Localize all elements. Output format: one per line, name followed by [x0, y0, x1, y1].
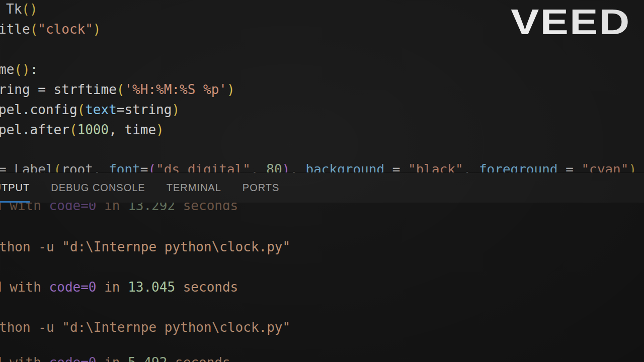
code-token: Tk — [6, 2, 22, 17]
code-token: d with — [0, 280, 49, 295]
code-token: ( — [69, 122, 77, 137]
code-line: itle("clock") — [0, 22, 101, 37]
code-token: ( — [30, 22, 38, 37]
code-token: () — [14, 62, 30, 77]
panel-tab-ports[interactable]: PORTS — [243, 173, 280, 203]
code-line: me(): — [0, 62, 38, 77]
code-token: seconds — [167, 355, 230, 362]
code-token: "d:\Internpe python\clock.py" — [62, 239, 290, 254]
terminal-line: thon -u "d:\Internpe python\clock.py" — [0, 320, 290, 335]
panel-tab-terminal[interactable]: TERMINAL — [167, 173, 221, 203]
code-token: : — [30, 62, 38, 77]
code-line: ring = strftime('%H:%M:%S %p') — [0, 82, 235, 97]
code-token: ) — [156, 122, 164, 137]
code-token: in — [97, 355, 128, 362]
code-token: "clock" — [38, 22, 93, 37]
code-token: thon -u — [0, 320, 62, 335]
panel-tab-bar: OUTPUTDEBUG CONSOLETERMINALPORTS — [0, 172, 644, 203]
code-token: () — [22, 2, 37, 17]
terminal-line: thon -u "d:\Internpe python\clock.py" — [0, 239, 290, 254]
code-token: pel.after — [0, 122, 69, 137]
code-token: me — [0, 62, 14, 77]
code-token: ) — [227, 82, 235, 97]
code-token: in — [97, 280, 128, 295]
code-token: ( — [77, 102, 86, 117]
code-token: code=0 — [49, 355, 97, 362]
code-token: ring = strftime — [0, 82, 117, 97]
code-token: '%H:%M:%S %p' — [124, 82, 227, 97]
code-token: seconds — [175, 280, 238, 295]
code-line: Tk() — [6, 2, 38, 17]
code-token: code=0 — [49, 280, 97, 295]
terminal-line: d with code=0 in 13.045 seconds — [0, 280, 238, 295]
panel-tab-debug-console[interactable]: DEBUG CONSOLE — [51, 173, 145, 203]
veed-watermark-logo: VEED — [511, 2, 631, 42]
terminal-line: d with code=0 in 5.492 seconds — [0, 355, 230, 362]
vscode-frame: { "watermark": { "text": "VEED" }, "colo… — [0, 0, 644, 362]
code-token: ) — [93, 22, 101, 37]
code-token: pel.config — [0, 102, 77, 117]
code-token: =string — [117, 102, 172, 117]
output-panel[interactable]: d with code=0 in 13.292 secondsthon -u "… — [0, 202, 644, 362]
code-line: pel.config(text=string) — [0, 102, 180, 117]
panel-tab-output[interactable]: OUTPUT — [0, 173, 30, 203]
code-token: ) — [172, 102, 180, 117]
code-token: 13.045 — [128, 280, 175, 295]
code-token: 5.492 — [128, 355, 167, 362]
code-token: , time — [109, 122, 156, 137]
code-token: d with — [0, 355, 49, 362]
code-token: "d:\Internpe python\clock.py" — [62, 320, 290, 335]
code-token: itle — [0, 22, 30, 37]
code-token: thon -u — [0, 239, 62, 254]
code-token: ( — [117, 82, 125, 97]
code-line: pel.after(1000, time) — [0, 122, 164, 137]
code-token: 1000 — [77, 122, 109, 137]
code-token: text — [85, 102, 117, 117]
